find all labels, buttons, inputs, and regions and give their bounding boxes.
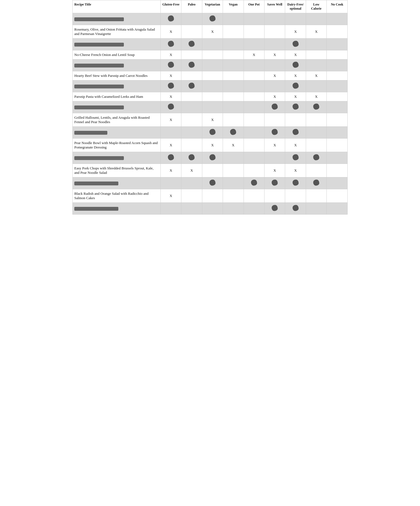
mark-cell-col6 bbox=[264, 177, 285, 189]
header-saves-well: Saves Well bbox=[264, 0, 285, 13]
table-row: Hearty Beef Stew with Parsnip and Carrot… bbox=[73, 71, 348, 80]
x-mark: X bbox=[294, 74, 297, 78]
mark-cell-col7 bbox=[285, 152, 306, 164]
mark-cell-col8 bbox=[306, 139, 326, 152]
recipe-title-cell: Pear Noodle Bowl with Maple-Roasted Acor… bbox=[73, 139, 161, 152]
mark-cell-col8 bbox=[306, 177, 326, 189]
blob-icon bbox=[313, 180, 319, 186]
blob-icon bbox=[293, 62, 299, 68]
mark-cell-col2 bbox=[181, 152, 202, 164]
mark-cell-col8 bbox=[306, 113, 326, 127]
mark-cell-col5 bbox=[244, 13, 264, 25]
x-mark: X bbox=[294, 168, 297, 172]
mark-cell-col6 bbox=[264, 80, 285, 92]
mark-cell-col8 bbox=[306, 59, 326, 71]
recipe-title-cell bbox=[73, 39, 161, 50]
mark-cell-col9 bbox=[327, 25, 348, 39]
blob-icon bbox=[293, 180, 299, 186]
table-row bbox=[73, 39, 348, 50]
x-mark: X bbox=[294, 29, 297, 34]
x-mark: X bbox=[232, 143, 234, 147]
mark-cell-col9 bbox=[327, 127, 348, 139]
mark-cell-col4 bbox=[223, 152, 244, 164]
mark-cell-col3: X bbox=[202, 25, 223, 39]
mark-cell-col7: X bbox=[285, 50, 306, 59]
recipe-title-cell: Grilled Halloumi, Lentils, and Arugula w… bbox=[73, 113, 161, 127]
mark-cell-col2 bbox=[181, 177, 202, 189]
mark-cell-col5 bbox=[244, 71, 264, 80]
mark-cell-col8 bbox=[306, 80, 326, 92]
mark-cell-col3 bbox=[202, 80, 223, 92]
mark-cell-col1 bbox=[160, 101, 181, 113]
mark-cell-col7: X bbox=[285, 25, 306, 39]
blob-icon bbox=[251, 180, 257, 186]
recipe-title-cell bbox=[73, 203, 161, 215]
mark-cell-col8: X bbox=[306, 71, 326, 80]
x-mark: X bbox=[274, 53, 276, 57]
mark-cell-col3 bbox=[202, 164, 223, 177]
mark-cell-col9 bbox=[327, 152, 348, 164]
blob-icon bbox=[189, 83, 195, 89]
mark-cell-col4 bbox=[223, 80, 244, 92]
mark-cell-col1: X bbox=[160, 71, 181, 80]
x-mark: X bbox=[170, 94, 172, 99]
mark-cell-col9 bbox=[327, 13, 348, 25]
blob-icon bbox=[168, 41, 174, 47]
table-row bbox=[73, 203, 348, 215]
mark-cell-col3 bbox=[202, 152, 223, 164]
mark-cell-col5 bbox=[244, 177, 264, 189]
mark-cell-col7: X bbox=[285, 139, 306, 152]
x-mark: X bbox=[170, 74, 172, 78]
redacted-title bbox=[74, 64, 124, 67]
mark-cell-col1: X bbox=[160, 164, 181, 177]
blob-icon bbox=[313, 154, 319, 160]
recipe-title-cell: Black Radish and Orange Salad with Radic… bbox=[73, 189, 161, 203]
mark-cell-col2 bbox=[181, 25, 202, 39]
mark-cell-col2 bbox=[181, 71, 202, 80]
x-mark: X bbox=[170, 168, 172, 172]
mark-cell-col9 bbox=[327, 101, 348, 113]
mark-cell-col4 bbox=[223, 39, 244, 50]
mark-cell-col8 bbox=[306, 152, 326, 164]
mark-cell-col3 bbox=[202, 92, 223, 101]
mark-cell-col4 bbox=[223, 164, 244, 177]
mark-cell-col8 bbox=[306, 203, 326, 215]
table-row: Rosemary, Olive, and Onion Frittata with… bbox=[73, 25, 348, 39]
x-mark: X bbox=[294, 94, 297, 99]
mark-cell-col2 bbox=[181, 80, 202, 92]
mark-cell-col4 bbox=[223, 189, 244, 203]
mark-cell-col4 bbox=[223, 203, 244, 215]
blob-icon bbox=[168, 154, 174, 160]
mark-cell-col7 bbox=[285, 13, 306, 25]
mark-cell-col8 bbox=[306, 189, 326, 203]
mark-cell-col6: X bbox=[264, 50, 285, 59]
mark-cell-col1: X bbox=[160, 92, 181, 101]
blob-icon bbox=[293, 129, 299, 135]
mark-cell-col6 bbox=[264, 203, 285, 215]
x-mark: X bbox=[315, 74, 317, 78]
x-mark: X bbox=[211, 143, 214, 147]
x-mark: X bbox=[315, 29, 317, 34]
mark-cell-col1 bbox=[160, 127, 181, 139]
header-one-pot: One Pot bbox=[244, 0, 264, 13]
blob-icon bbox=[189, 154, 195, 160]
blob-icon bbox=[168, 83, 174, 89]
mark-cell-col9 bbox=[327, 189, 348, 203]
mark-cell-col1: X bbox=[160, 139, 181, 152]
redacted-title bbox=[74, 182, 118, 185]
mark-cell-col3 bbox=[202, 71, 223, 80]
redacted-title bbox=[74, 207, 118, 211]
mark-cell-col5 bbox=[244, 59, 264, 71]
blob-icon bbox=[209, 180, 216, 186]
mark-cell-col2 bbox=[181, 13, 202, 25]
header-paleo: Paleo bbox=[181, 0, 202, 13]
mark-cell-col3 bbox=[202, 177, 223, 189]
mark-cell-col2 bbox=[181, 59, 202, 71]
x-mark: X bbox=[274, 94, 276, 99]
table-row: Pear Noodle Bowl with Maple-Roasted Acor… bbox=[73, 139, 348, 152]
table-row bbox=[73, 177, 348, 189]
table-row bbox=[73, 152, 348, 164]
mark-cell-col7 bbox=[285, 113, 306, 127]
mark-cell-col5 bbox=[244, 164, 264, 177]
mark-cell-col5 bbox=[244, 92, 264, 101]
